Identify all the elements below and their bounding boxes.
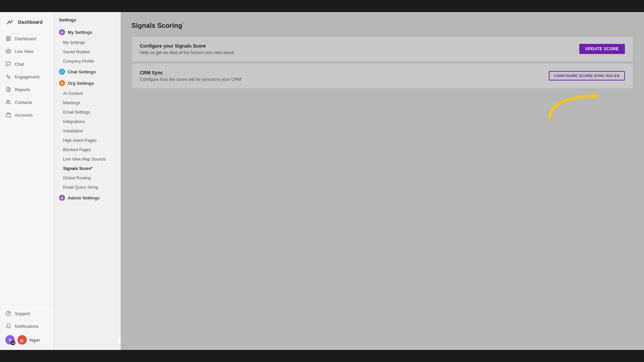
crm-sync-info: CRM Sync Configure how the score will be…	[140, 70, 241, 82]
avatar-g: g.	[17, 335, 27, 345]
sec-item-high-intent-pages[interactable]: High-Intent Pages	[54, 136, 120, 145]
svg-point-4	[7, 50, 9, 52]
accounts-icon	[5, 112, 11, 118]
configure-signals-info: Configure your Signals Score Help us get…	[140, 43, 234, 55]
top-bar	[0, 0, 644, 12]
svg-point-8	[7, 100, 8, 102]
svg-point-14	[61, 197, 62, 198]
sec-item-blocked-pages[interactable]: Blocked Pages	[54, 145, 120, 155]
sec-item-installation[interactable]: Installation	[54, 126, 120, 136]
sidebar-item-reports[interactable]: Reports	[0, 83, 53, 96]
sidebar-item-accounts[interactable]: Accounts	[0, 109, 53, 121]
page-title: Signals Scoring*	[131, 21, 633, 29]
configure-signals-title: Configure your Signals Score	[140, 43, 234, 49]
sidebar-item-contacts[interactable]: Contacts	[0, 96, 53, 109]
main-content: Signals Scoring* Configure your Signals …	[121, 12, 644, 350]
sec-item-company-profile[interactable]: Company Profile	[54, 57, 120, 66]
reports-icon	[5, 86, 11, 93]
svg-rect-2	[6, 39, 8, 41]
secondary-sidebar: Settings My Settings My Settings Saved R…	[54, 12, 121, 350]
bell-icon	[5, 323, 11, 329]
sec-item-signals-score[interactable]: Signals Score*	[54, 164, 120, 173]
sec-item-my-settings[interactable]: My Settings	[54, 38, 120, 47]
configure-score-sync-button[interactable]: CONFIGURE SCORE SYNC RULES	[549, 71, 625, 80]
section-my-settings[interactable]: My Settings	[54, 26, 120, 38]
sec-item-ai-content[interactable]: AI Content	[54, 89, 120, 98]
section-chat-settings[interactable]: Chat Settings	[54, 66, 120, 77]
admin-settings-icon	[59, 195, 65, 201]
sec-item-live-view-map-sounds[interactable]: Live View Map Sounds	[54, 155, 120, 164]
eye-icon	[5, 48, 11, 54]
chat-settings-icon	[59, 69, 65, 75]
nav-items: Dashboard Live View Cha	[0, 31, 53, 304]
sec-item-global-routing[interactable]: Global Routing	[54, 173, 120, 183]
sec-item-saved-replies[interactable]: Saved Replies	[54, 47, 120, 57]
configure-signals-card: Configure your Signals Score Help us get…	[131, 36, 633, 62]
logo-text: Dashboard	[18, 19, 43, 25]
svg-marker-15	[591, 93, 597, 99]
sec-item-integrations[interactable]: Integrations	[54, 117, 120, 126]
sec-item-email-settings[interactable]: Email Settings	[54, 108, 120, 117]
crm-sync-desc: Configure how the score will be synced t…	[140, 77, 241, 82]
sidebar-item-engagement[interactable]: Engagement	[0, 70, 53, 83]
engagement-icon	[5, 74, 11, 80]
sidebar-item-dashboard[interactable]: Dashboard	[0, 32, 53, 45]
bottom-bar	[0, 350, 644, 362]
configure-signals-desc: Help us get an idea of the factors you c…	[140, 50, 234, 55]
sec-item-meetings[interactable]: Meetings	[54, 98, 120, 108]
user-name: Ngan	[30, 338, 40, 343]
logo-area[interactable]: Dashboard	[0, 12, 53, 31]
section-org-settings[interactable]: Org Settings	[54, 77, 120, 89]
logo-icon	[5, 17, 15, 27]
nav-bottom: Support Notifications N 13 g.	[0, 304, 53, 350]
svg-rect-1	[9, 37, 10, 38]
sidebar-collapse-button[interactable]: ‹	[117, 337, 121, 345]
section-admin-settings[interactable]: Admin Settings	[54, 192, 120, 203]
sidebar-item-support[interactable]: Support	[0, 307, 53, 320]
user-section[interactable]: N 13 g. Ngan	[0, 333, 53, 347]
settings-title: Settings	[54, 17, 120, 26]
crm-sync-title: CRM Sync	[140, 70, 241, 75]
org-settings-icon	[59, 80, 65, 86]
sec-item-email-query-string[interactable]: Email Query String	[54, 183, 120, 192]
svg-rect-3	[9, 39, 10, 41]
app-body: Dashboard Dashboard	[0, 12, 644, 350]
help-icon	[5, 310, 11, 316]
avatar-badge: 13	[11, 341, 15, 345]
my-settings-icon	[59, 29, 65, 35]
home-icon	[5, 36, 11, 42]
svg-rect-9	[6, 114, 10, 117]
sidebar-item-live-view[interactable]: Live View	[0, 45, 53, 58]
svg-point-13	[61, 82, 62, 83]
update-score-button[interactable]: UPDATE SCORE	[579, 44, 625, 54]
chat-icon	[5, 61, 11, 67]
svg-point-12	[61, 31, 62, 32]
sidebar-item-chat[interactable]: Chat	[0, 58, 53, 70]
primary-sidebar: Dashboard Dashboard	[0, 12, 54, 350]
avatar: N 13	[5, 335, 15, 345]
sidebar-item-notifications[interactable]: Notifications	[0, 320, 53, 333]
crm-sync-card: CRM Sync Configure how the score will be…	[131, 63, 633, 89]
svg-rect-0	[6, 37, 8, 38]
contacts-icon	[5, 99, 11, 105]
